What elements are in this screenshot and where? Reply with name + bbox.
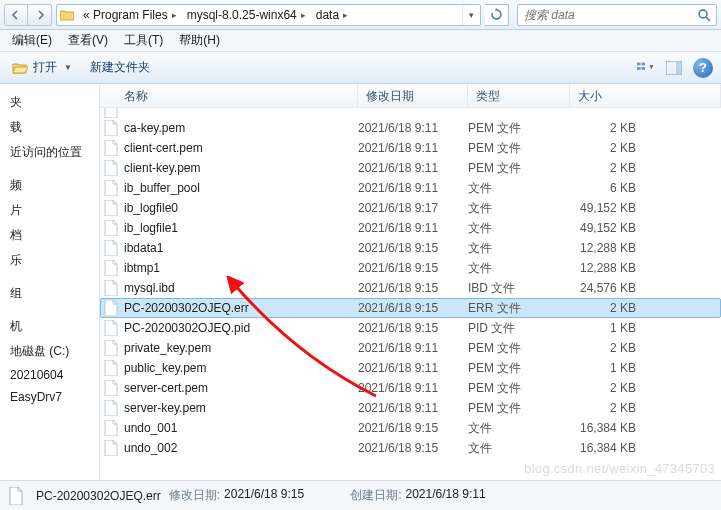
file-size: 49,152 KB	[570, 221, 650, 235]
file-date: 2021/6/18 9:15	[358, 261, 468, 275]
column-header-size[interactable]: 大小	[570, 84, 721, 107]
file-row[interactable]: ibdata1 2021/6/18 9:15 文件 12,288 KB	[100, 238, 721, 258]
sidebar-item[interactable]: 组	[6, 281, 99, 306]
breadcrumb-item[interactable]: « Program Files▸	[77, 5, 181, 25]
file-icon	[102, 340, 120, 356]
file-name: undo_002	[124, 441, 358, 455]
file-row[interactable]: ca-key.pem 2021/6/18 9:11 PEM 文件 2 KB	[100, 118, 721, 138]
file-size: 16,384 KB	[570, 441, 650, 455]
folder-icon	[57, 9, 77, 21]
file-icon	[102, 280, 120, 296]
sidebar-item[interactable]: EasyDrv7	[6, 386, 99, 408]
breadcrumb-item[interactable]: data▸	[310, 5, 352, 25]
file-row[interactable]: ib_logfile1 2021/6/18 9:11 文件 49,152 KB	[100, 218, 721, 238]
sidebar-item	[6, 273, 99, 281]
file-row[interactable]: client-cert.pem 2021/6/18 9:11 PEM 文件 2 …	[100, 138, 721, 158]
sidebar-item[interactable]: 档	[6, 223, 99, 248]
file-rows[interactable]: ca-key.pem 2021/6/18 9:11 PEM 文件 2 KB cl…	[100, 108, 721, 480]
menu-view[interactable]: 查看(V)	[60, 30, 116, 51]
crumb-label: mysql-8.0.25-winx64	[187, 8, 297, 22]
svg-rect-3	[642, 62, 646, 65]
file-row[interactable]: private_key.pem 2021/6/18 9:11 PEM 文件 2 …	[100, 338, 721, 358]
sidebar-item[interactable]: 频	[6, 173, 99, 198]
file-size: 12,288 KB	[570, 261, 650, 275]
file-icon	[102, 160, 120, 176]
search-button[interactable]	[692, 8, 716, 22]
help-button[interactable]: ?	[693, 58, 713, 78]
preview-pane-button[interactable]	[665, 59, 683, 77]
breadcrumb-item[interactable]: mysql-8.0.25-winx64▸	[181, 5, 310, 25]
menu-help[interactable]: 帮助(H)	[171, 30, 228, 51]
file-name: undo_001	[124, 421, 358, 435]
file-row[interactable]: PC-20200302OJEQ.err 2021/6/18 9:15 ERR 文…	[100, 298, 721, 318]
file-name: ibtmp1	[124, 261, 358, 275]
search-input[interactable]	[518, 8, 692, 22]
column-header-type[interactable]: 类型	[468, 84, 570, 107]
file-name: ibdata1	[124, 241, 358, 255]
file-type: ERR 文件	[468, 300, 570, 317]
breadcrumb-path[interactable]: « Program Files▸ mysql-8.0.25-winx64▸ da…	[56, 4, 481, 26]
chevron-right-icon: ▸	[172, 10, 177, 20]
nav-back-button[interactable]	[4, 4, 28, 26]
open-button[interactable]: 打开 ▼	[8, 57, 76, 78]
file-row[interactable]: client-key.pem 2021/6/18 9:11 PEM 文件 2 K…	[100, 158, 721, 178]
file-row[interactable]: undo_002 2021/6/18 9:15 文件 16,384 KB	[100, 438, 721, 458]
file-name: PC-20200302OJEQ.pid	[124, 321, 358, 335]
file-row[interactable]: PC-20200302OJEQ.pid 2021/6/18 9:15 PID 文…	[100, 318, 721, 338]
file-date: 2021/6/18 9:15	[358, 281, 468, 295]
file-type: PID 文件	[468, 320, 570, 337]
sidebar-item[interactable]: 片	[6, 198, 99, 223]
file-row[interactable]: server-key.pem 2021/6/18 9:11 PEM 文件 2 K…	[100, 398, 721, 418]
file-icon	[102, 260, 120, 276]
file-row[interactable]: undo_001 2021/6/18 9:15 文件 16,384 KB	[100, 418, 721, 438]
file-row[interactable]	[100, 108, 721, 118]
view-options-button[interactable]	[637, 59, 655, 77]
sidebar-item[interactable]: 近访问的位置	[6, 140, 99, 165]
file-name: public_key.pem	[124, 361, 358, 375]
file-icon	[102, 300, 120, 316]
file-date: 2021/6/18 9:11	[358, 361, 468, 375]
menu-edit[interactable]: 编辑(E)	[4, 30, 60, 51]
file-date: 2021/6/18 9:11	[358, 341, 468, 355]
file-type: 文件	[468, 180, 570, 197]
file-date: 2021/6/18 9:11	[358, 381, 468, 395]
chevron-right-icon: ▸	[343, 10, 348, 20]
new-folder-button[interactable]: 新建文件夹	[86, 57, 154, 78]
refresh-icon	[490, 8, 503, 21]
file-row[interactable]: ib_buffer_pool 2021/6/18 9:11 文件 6 KB	[100, 178, 721, 198]
file-row[interactable]: public_key.pem 2021/6/18 9:11 PEM 文件 1 K…	[100, 358, 721, 378]
file-row[interactable]: ibtmp1 2021/6/18 9:15 文件 12,288 KB	[100, 258, 721, 278]
file-date: 2021/6/18 9:11	[358, 161, 468, 175]
sidebar-item[interactable]: 地磁盘 (C:)	[6, 339, 99, 364]
path-dropdown-button[interactable]: ▾	[462, 5, 480, 25]
refresh-button[interactable]	[485, 4, 509, 26]
sidebar-item[interactable]: 夹	[6, 90, 99, 115]
status-filename: PC-20200302OJEQ.err	[36, 489, 161, 503]
sidebar-item[interactable]: 乐	[6, 248, 99, 273]
preview-pane-icon	[666, 61, 682, 75]
file-row[interactable]: ib_logfile0 2021/6/18 9:17 文件 49,152 KB	[100, 198, 721, 218]
search-box[interactable]	[517, 4, 717, 26]
navigation-sidebar[interactable]: 夹 载 近访问的位置 频 片 档 乐 组 机 地磁盘 (C:) 20210604…	[0, 84, 100, 480]
menu-tools[interactable]: 工具(T)	[116, 30, 171, 51]
chevron-down-icon: ▼	[64, 63, 72, 72]
file-size: 2 KB	[570, 381, 650, 395]
file-row[interactable]: server-cert.pem 2021/6/18 9:11 PEM 文件 2 …	[100, 378, 721, 398]
nav-forward-button[interactable]	[28, 4, 52, 26]
column-header-date[interactable]: 修改日期	[358, 84, 468, 107]
file-name: ca-key.pem	[124, 121, 358, 135]
file-date: 2021/6/18 9:15	[358, 301, 468, 315]
file-row[interactable]: mysql.ibd 2021/6/18 9:15 IBD 文件 24,576 K…	[100, 278, 721, 298]
file-date: 2021/6/18 9:15	[358, 441, 468, 455]
chevron-right-icon	[35, 10, 45, 20]
sidebar-item[interactable]: 机	[6, 314, 99, 339]
file-date: 2021/6/18 9:15	[358, 421, 468, 435]
address-bar: « Program Files▸ mysql-8.0.25-winx64▸ da…	[0, 0, 721, 30]
file-name: server-key.pem	[124, 401, 358, 415]
new-folder-label: 新建文件夹	[90, 59, 150, 76]
svg-point-0	[699, 10, 707, 18]
sidebar-item[interactable]: 载	[6, 115, 99, 140]
file-icon	[102, 180, 120, 196]
column-header-name[interactable]: 名称	[100, 84, 358, 107]
sidebar-item[interactable]: 20210604	[6, 364, 99, 386]
